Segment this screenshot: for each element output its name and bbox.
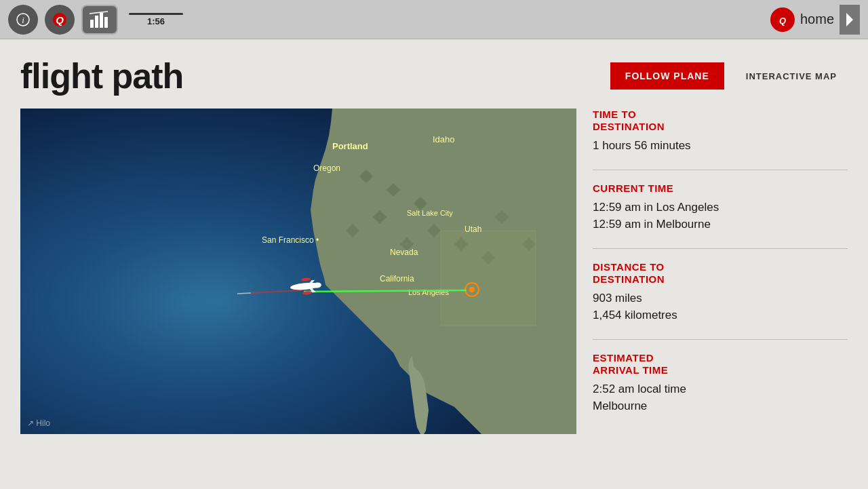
map-svg: Portland Oregon Idaho Salt Lake City Nev…: [20, 109, 576, 434]
svg-text:i: i: [22, 15, 24, 25]
page-title: flight path: [20, 56, 610, 96]
divider-2: [593, 248, 848, 249]
time-to-destination-label: TIME TODESTINATION: [593, 109, 848, 133]
nav-forward-arrow[interactable]: [840, 5, 860, 35]
svg-point-24: [469, 287, 475, 292]
home-link[interactable]: home: [800, 12, 834, 27]
svg-line-8: [90, 12, 108, 14]
svg-rect-6: [100, 13, 103, 28]
svg-text:California: California: [380, 274, 414, 283]
arrival-label: ESTIMATEDARRIVAL TIME: [593, 352, 848, 376]
current-time-label: CURRENT TIME: [593, 182, 848, 195]
current-time-la: 12:59 am in Los Angeles: [593, 199, 848, 216]
arrival-city: Melbourne: [593, 397, 848, 415]
distance-section: DISTANCE TODESTINATION 903 miles 1,454 k…: [593, 261, 848, 324]
svg-text:Salt Lake City: Salt Lake City: [407, 209, 453, 217]
svg-rect-7: [104, 17, 108, 28]
arrival-section: ESTIMATEDARRIVAL TIME 2:52 am local time…: [593, 352, 848, 415]
qantas-nav-button[interactable]: Q: [45, 5, 75, 35]
svg-text:Idaho: Idaho: [433, 134, 455, 144]
info-button[interactable]: i: [8, 5, 38, 35]
svg-text:↗ Hilo: ↗ Hilo: [27, 418, 50, 428]
divider-1: [593, 170, 848, 170]
svg-text:Nevada: Nevada: [390, 248, 418, 257]
chart-button[interactable]: [81, 5, 118, 35]
svg-rect-4: [90, 20, 94, 28]
content-row: Portland Oregon Idaho Salt Lake City Nev…: [20, 109, 848, 475]
info-panel: TIME TODESTINATION 1 hours 56 minutes CU…: [576, 109, 848, 475]
qantas-home-icon: Q: [770, 7, 795, 32]
svg-text:Q: Q: [779, 16, 786, 26]
distance-km: 1,454 kilometres: [593, 307, 848, 324]
flight-map[interactable]: Portland Oregon Idaho Salt Lake City Nev…: [20, 109, 576, 434]
distance-miles: 903 miles: [593, 290, 848, 307]
arrival-value: 2:52 am local time: [593, 380, 848, 398]
divider-3: [593, 339, 848, 340]
distance-label: DISTANCE TODESTINATION: [593, 261, 848, 286]
svg-text:Q: Q: [56, 14, 64, 26]
svg-text:Utah: Utah: [465, 224, 481, 234]
time-display: 1:56: [129, 13, 183, 26]
follow-plane-button[interactable]: FOLLOW PLANE: [610, 62, 724, 90]
header-row: flight path FOLLOW PLANE INTERACTIVE MAP: [20, 56, 848, 96]
interactive-map-button[interactable]: INTERACTIVE MAP: [735, 63, 848, 90]
svg-marker-11: [846, 13, 853, 26]
main-content: flight path FOLLOW PLANE INTERACTIVE MAP: [0, 39, 868, 489]
svg-text:Los Angeles: Los Angeles: [408, 288, 449, 296]
time-to-destination-section: TIME TODESTINATION 1 hours 56 minutes: [593, 109, 848, 155]
svg-line-27: [237, 293, 251, 294]
top-navigation: i Q 1:56 Q home: [0, 0, 868, 39]
svg-rect-5: [95, 16, 98, 28]
current-time-section: CURRENT TIME 12:59 am in Los Angeles 12:…: [593, 182, 848, 233]
svg-text:San Francisco •: San Francisco •: [262, 235, 319, 245]
current-time-mel: 12:59 am in Melbourne: [593, 216, 848, 233]
svg-text:Oregon: Oregon: [313, 163, 340, 173]
svg-text:Portland: Portland: [332, 141, 368, 151]
time-to-destination-value: 1 hours 56 minutes: [593, 137, 848, 155]
